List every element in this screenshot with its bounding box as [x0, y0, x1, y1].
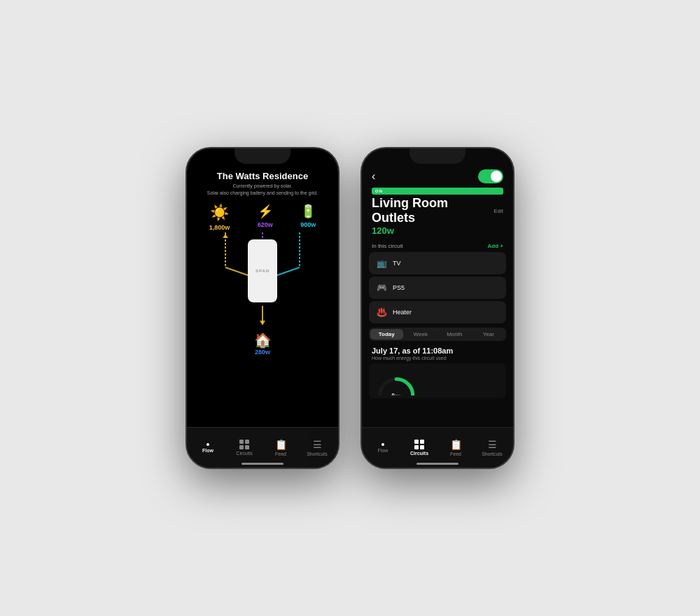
device-name-ps5: PS5	[393, 284, 405, 291]
nav2-shortcuts[interactable]: ☰ Shortcuts	[474, 439, 510, 456]
power-icons-row: ☀️ 1,800w ⚡ 620w 🔋 900w	[195, 204, 330, 231]
heater-icon: ♨️	[376, 307, 387, 317]
flow-dot-icon	[206, 443, 209, 446]
tab-week[interactable]: Week	[405, 329, 438, 340]
home-wattage: 280w	[255, 349, 270, 356]
solar-wattage: 1,800w	[209, 224, 230, 231]
circuits-icon-active	[414, 440, 424, 449]
device-item-heater[interactable]: ♨️ Heater	[369, 301, 506, 323]
phone-1-screen: The Watts Residence Currently powered by…	[187, 148, 338, 468]
flow-diagram: SPAN	[206, 232, 318, 330]
energy-label: How much energy this circuit used	[362, 356, 513, 363]
nav-circuits[interactable]: Circuits	[226, 440, 262, 456]
nav-feed-label: Feed	[275, 451, 286, 456]
bottom-nav-2: Flow Circuits 📋 Feed ☰ Shortcuts	[362, 427, 513, 468]
svg-text:kw: kw	[396, 393, 400, 396]
battery-column: 🔋 900w	[300, 204, 316, 231]
span-panel: SPAN	[248, 239, 277, 302]
back-button[interactable]: ‹	[372, 170, 375, 183]
home-section: 🏠 280w	[254, 332, 272, 356]
nav2-circuits[interactable]: Circuits	[401, 440, 438, 456]
toggle-knob	[491, 171, 502, 182]
nav-shortcuts[interactable]: ☰ Shortcuts	[299, 439, 335, 456]
svg-marker-7	[260, 321, 265, 326]
gamepad-icon: 🎮	[376, 283, 387, 293]
nav-circuits-label: Circuits	[236, 451, 252, 456]
bottom-nav-1: Flow Circuits 📋 Feed ☰ Shortcuts	[187, 427, 338, 468]
phone-2-content: ‹ ON Living Room Outlets Edit 120w In th…	[362, 148, 513, 468]
date-label: July 17, as of 11:08am	[362, 344, 513, 356]
grid-icon: ⚡	[258, 204, 273, 219]
nav-flow-label: Flow	[202, 448, 214, 453]
nav2-flow[interactable]: Flow	[365, 443, 401, 453]
home-icon: 🏠	[254, 332, 272, 349]
circuit-toggle[interactable]	[478, 169, 503, 183]
tab-year[interactable]: Year	[472, 329, 505, 340]
nav-flow[interactable]: Flow	[190, 443, 226, 453]
nav2-circuits-label: Circuits	[410, 451, 428, 456]
device-item-tv[interactable]: 📺 TV	[369, 252, 506, 274]
circuit-name: Living Room Outlets Edit	[362, 196, 513, 225]
nav-feed[interactable]: 📋 Feed	[262, 439, 299, 456]
feed-icon: 📋	[275, 439, 287, 450]
add-button[interactable]: Add +	[488, 243, 503, 249]
nav2-feed-label: Feed	[450, 451, 461, 456]
energy-chart: 0 kw	[369, 363, 506, 398]
app-subtitle: Currently powered by solar. Solar also c…	[207, 183, 318, 197]
device-name-heater: Heater	[393, 309, 412, 316]
flow-dot-icon-2	[382, 443, 384, 446]
section-header: In this circuit Add +	[362, 240, 513, 252]
tab-today[interactable]: Today	[370, 329, 403, 340]
grid-wattage: 620w	[258, 221, 273, 228]
shortcuts-icon-2: ☰	[488, 439, 497, 450]
nav2-flow-label: Flow	[378, 448, 388, 453]
feed-icon-2: 📋	[450, 439, 462, 450]
solar-column: ☀️ 1,800w	[209, 204, 230, 231]
nav2-shortcuts-label: Shortcuts	[482, 451, 503, 456]
svg-marker-8	[223, 234, 228, 238]
chart-svg: 0 kw	[372, 366, 503, 396]
sun-icon: ☀️	[210, 204, 229, 222]
device-list: 📺 TV 🎮 PS5 ♨️ Heater	[362, 252, 513, 323]
device-item-ps5[interactable]: 🎮 PS5	[369, 276, 506, 299]
nav2-feed[interactable]: 📋 Feed	[438, 439, 474, 456]
svg-text:0: 0	[391, 392, 394, 396]
battery-wattage: 900w	[300, 221, 316, 228]
section-label: In this circuit	[372, 243, 402, 249]
grid-column: ⚡ 620w	[258, 204, 273, 231]
shortcuts-icon: ☰	[313, 439, 322, 450]
circuit-wattage: 120w	[362, 225, 513, 240]
home-indicator-2	[416, 463, 458, 465]
on-badge: ON	[372, 188, 503, 195]
phone-1: The Watts Residence Currently powered by…	[186, 147, 340, 469]
phone-2-screen: ‹ ON Living Room Outlets Edit 120w In th…	[362, 148, 513, 468]
battery-icon: 🔋	[300, 204, 316, 219]
tv-icon: 📺	[376, 258, 387, 268]
device-name-tv: TV	[393, 260, 401, 267]
app-title: The Watts Residence	[217, 171, 308, 181]
phone-1-content: The Watts Residence Currently powered by…	[187, 148, 338, 468]
home-indicator	[241, 463, 284, 465]
time-tabs: Today Week Month Year	[369, 328, 506, 341]
nav-shortcuts-label: Shortcuts	[307, 451, 328, 456]
phone-notch-2	[410, 148, 465, 164]
phone-notch-1	[234, 148, 290, 164]
circuits-grid-icon	[239, 440, 249, 449]
edit-label[interactable]: Edit	[493, 208, 503, 214]
phone-2: ‹ ON Living Room Outlets Edit 120w In th…	[360, 147, 514, 469]
tab-month[interactable]: Month	[438, 329, 471, 340]
